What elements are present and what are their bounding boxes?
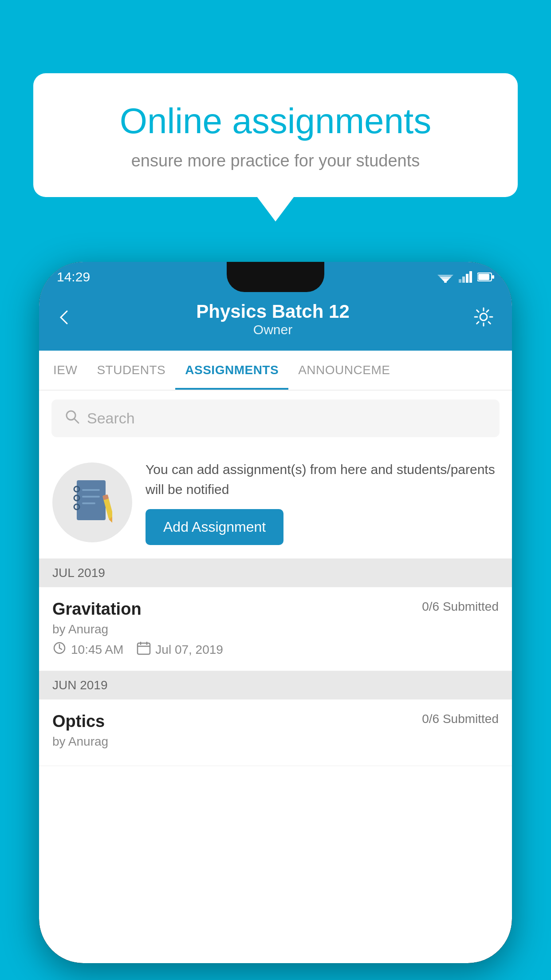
speech-bubble: Online assignments ensure more practice … [33, 73, 518, 197]
svg-rect-4 [459, 279, 461, 283]
search-icon [64, 408, 80, 428]
phone-screen: 14:29 [39, 262, 512, 963]
svg-rect-13 [77, 480, 106, 520]
header-subtitle: Owner [73, 322, 473, 337]
assignment-by: by Anurag [52, 622, 499, 636]
battery-icon [477, 272, 494, 282]
app-header: Physics Batch 12 Owner [39, 292, 512, 351]
assignment-time-meta: 10:45 AM [52, 641, 123, 658]
bubble-title: Online assignments [69, 100, 482, 142]
svg-point-11 [480, 313, 487, 320]
bubble-subtitle: ensure more practice for your students [69, 151, 482, 170]
assignment-item-gravitation[interactable]: Gravitation 0/6 Submitted by Anurag 10:4… [39, 587, 512, 671]
status-icons [437, 271, 494, 283]
svg-rect-18 [82, 496, 100, 498]
tab-students[interactable]: STUDENTS [87, 351, 175, 390]
wifi-icon [437, 271, 453, 283]
svg-rect-17 [82, 489, 100, 491]
optics-by: by Anurag [52, 735, 499, 749]
section-jun-2019: JUN 2019 [39, 671, 512, 699]
tabs-bar: IEW STUDENTS ASSIGNMENTS ANNOUNCEME [39, 351, 512, 391]
svg-rect-6 [466, 274, 468, 283]
assignment-icon-circle [52, 462, 132, 542]
assignment-row1: Gravitation 0/6 Submitted [52, 600, 499, 619]
signal-icon [459, 271, 472, 283]
svg-rect-24 [138, 643, 150, 654]
assignment-date: Jul 07, 2019 [155, 643, 223, 657]
add-assignment-button[interactable]: Add Assignment [146, 509, 283, 545]
assignment-name: Gravitation [52, 600, 142, 619]
assignment-submitted: 0/6 Submitted [422, 600, 499, 614]
back-button[interactable] [57, 309, 73, 329]
header-title-area: Physics Batch 12 Owner [73, 301, 473, 337]
settings-button[interactable] [473, 306, 494, 332]
section-jul-2019: JUL 2019 [39, 559, 512, 587]
notebook-icon [72, 478, 112, 527]
speech-bubble-container: Online assignments ensure more practice … [33, 73, 518, 197]
tab-iew[interactable]: IEW [43, 351, 87, 390]
notch [227, 262, 324, 292]
optics-row1: Optics 0/6 Submitted [52, 712, 499, 731]
search-placeholder: Search [87, 410, 135, 427]
svg-rect-7 [469, 271, 472, 283]
status-bar: 14:29 [39, 262, 512, 292]
search-container: Search [39, 391, 512, 446]
assignment-info: You can add assignment(s) from here and … [146, 459, 499, 545]
assignment-time: 10:45 AM [71, 643, 123, 657]
assignment-item-optics[interactable]: Optics 0/6 Submitted by Anurag [39, 699, 512, 766]
add-assignment-section: You can add assignment(s) from here and … [39, 446, 512, 559]
calendar-icon [137, 641, 151, 658]
svg-rect-5 [462, 277, 465, 283]
phone-frame: 14:29 [39, 262, 512, 963]
assignment-description: You can add assignment(s) from here and … [146, 459, 499, 499]
svg-rect-9 [478, 274, 489, 280]
optics-name: Optics [52, 712, 105, 731]
tab-announcements[interactable]: ANNOUNCEME [288, 351, 400, 390]
status-time: 14:29 [57, 269, 90, 285]
assignment-meta-row: 10:45 AM Jul 07, 2019 [52, 641, 499, 658]
assignment-date-meta: Jul 07, 2019 [137, 641, 223, 658]
clock-icon [52, 641, 67, 658]
svg-rect-19 [82, 502, 95, 504]
header-title: Physics Batch 12 [73, 301, 473, 322]
tab-assignments[interactable]: ASSIGNMENTS [175, 351, 288, 390]
search-bar[interactable]: Search [51, 399, 500, 437]
svg-rect-10 [492, 275, 494, 279]
optics-submitted: 0/6 Submitted [422, 712, 499, 726]
